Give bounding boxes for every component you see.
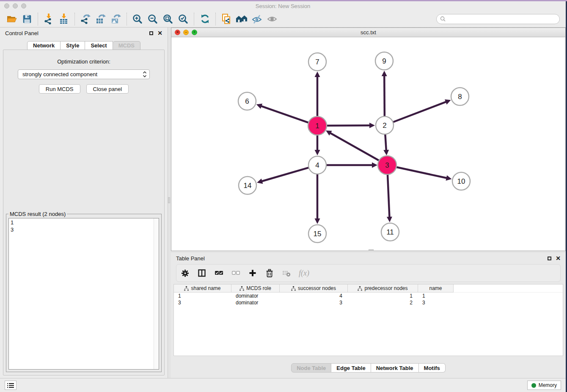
graph-node-10[interactable]: 10 xyxy=(452,172,470,190)
edge-2-3[interactable] xyxy=(383,134,389,155)
table-tab-node-table[interactable]: Node Table xyxy=(291,363,331,373)
graph-node-9[interactable]: 9 xyxy=(375,52,393,70)
new-network-from-selection-button[interactable] xyxy=(219,12,234,26)
network-zoom-button[interactable]: + xyxy=(192,30,197,35)
import-network-button[interactable] xyxy=(41,12,56,26)
edge-3-10[interactable] xyxy=(396,167,452,180)
show-columns-button[interactable] xyxy=(214,268,223,278)
hide-columns-button[interactable] xyxy=(231,268,240,278)
graph-node-4[interactable]: 4 xyxy=(308,156,326,174)
open-session-button[interactable] xyxy=(4,12,19,26)
export-network-button[interactable] xyxy=(78,12,93,26)
column-header-shared-name[interactable]: shared name xyxy=(174,284,231,293)
table-row[interactable]: 1dominator411 xyxy=(174,293,563,299)
network-canvas[interactable]: 1234678910111415 xyxy=(171,37,565,251)
edge-4-15[interactable] xyxy=(315,174,320,224)
table-header-filler xyxy=(454,284,563,293)
control-panel-header: Control Panel ✕ xyxy=(0,28,168,39)
function-builder-button[interactable]: f(x) xyxy=(299,268,309,278)
scrollbar-track[interactable] xyxy=(154,218,159,369)
search-field[interactable] xyxy=(436,14,560,24)
node-label: 14 xyxy=(244,182,252,190)
edge-1-4[interactable] xyxy=(315,135,320,155)
delete-row-button[interactable] xyxy=(265,268,274,278)
column-header-name[interactable]: name xyxy=(418,284,454,293)
edge-1-2[interactable] xyxy=(326,123,375,128)
columns-icon xyxy=(198,269,206,277)
table-row[interactable]: 3dominator323 xyxy=(174,299,563,306)
save-session-button[interactable] xyxy=(19,12,35,26)
splitter-handle[interactable] xyxy=(369,249,374,251)
zoom-selected-button[interactable] xyxy=(176,12,191,26)
import-table-button[interactable] xyxy=(56,12,72,26)
edge-4-3[interactable] xyxy=(326,163,377,168)
delete-column-button[interactable] xyxy=(282,268,291,278)
close-panel-icon[interactable]: ✕ xyxy=(556,255,561,261)
graph-node-7[interactable]: 7 xyxy=(308,53,326,71)
column-header-predecessor-nodes[interactable]: predecessor nodes xyxy=(348,284,418,293)
export-image-button[interactable] xyxy=(108,12,124,26)
zoom-in-button[interactable] xyxy=(130,12,145,26)
application-window: Session: New Session xyxy=(0,1,566,392)
zoom-out-button[interactable] xyxy=(145,12,160,26)
checked-boxes-icon xyxy=(215,271,223,275)
table-toolbar: f(x) xyxy=(176,264,561,282)
graph-node-3[interactable]: 3 xyxy=(378,156,396,174)
window-zoom-button[interactable] xyxy=(21,3,26,8)
control-tab-mcds[interactable]: MCDS xyxy=(113,41,140,50)
edge-1-6[interactable] xyxy=(256,104,309,123)
edge-3-11[interactable] xyxy=(387,174,392,222)
edge-2-9[interactable] xyxy=(382,71,387,116)
edge-3-1[interactable] xyxy=(326,130,380,160)
memory-button[interactable]: Memory xyxy=(527,381,561,390)
graph-node-6[interactable]: 6 xyxy=(238,92,256,110)
run-mcds-button[interactable]: Run MCDS xyxy=(39,84,80,94)
cell-mcds-role: dominator xyxy=(231,293,280,299)
column-header-successor-nodes[interactable]: successor nodes xyxy=(280,284,348,293)
export-table-button[interactable] xyxy=(93,12,108,26)
graph-node-2[interactable]: 2 xyxy=(376,116,394,134)
task-history-button[interactable] xyxy=(5,381,17,390)
column-header-mcds-role[interactable]: MCDS role xyxy=(231,284,280,293)
add-column-button[interactable] xyxy=(248,268,257,278)
hide-selected-button[interactable] xyxy=(249,12,264,26)
edge-4-14[interactable] xyxy=(257,168,309,184)
float-panel-icon[interactable] xyxy=(548,257,551,260)
graph-node-15[interactable]: 15 xyxy=(308,225,326,243)
control-tab-network[interactable]: Network xyxy=(27,41,61,50)
window-close-button[interactable] xyxy=(4,3,9,8)
show-all-button[interactable] xyxy=(264,12,280,26)
zoom-fit-icon xyxy=(162,14,173,25)
first-neighbors-button[interactable] xyxy=(234,12,249,26)
toolbar-separator xyxy=(215,13,216,25)
edge-1-7[interactable] xyxy=(315,72,320,117)
graph-node-8[interactable]: 8 xyxy=(451,88,469,105)
optimization-criterion-select[interactable]: strongly connected component xyxy=(18,69,150,79)
column-layout-button[interactable] xyxy=(197,268,206,278)
zoom-fit-button[interactable] xyxy=(160,12,176,26)
network-graph[interactable]: 1234678910111415 xyxy=(171,37,565,251)
float-panel-icon[interactable] xyxy=(149,31,153,35)
control-tab-style[interactable]: Style xyxy=(61,41,85,50)
table-tab-network-table[interactable]: Network Table xyxy=(371,363,419,373)
table-tab-edge-table[interactable]: Edge Table xyxy=(331,363,371,373)
splitter-handle[interactable] xyxy=(168,197,170,203)
table-tab-motifs[interactable]: Motifs xyxy=(419,363,446,373)
close-panel-button[interactable]: Close panel xyxy=(86,84,129,94)
control-tab-select[interactable]: Select xyxy=(85,41,113,50)
table-settings-button[interactable] xyxy=(180,268,190,278)
refresh-button[interactable] xyxy=(197,12,212,26)
column-label: MCDS role xyxy=(246,285,271,291)
window-minimize-button[interactable] xyxy=(13,3,18,8)
graph-node-1[interactable]: 1 xyxy=(308,116,327,135)
graph-node-11[interactable]: 11 xyxy=(381,223,399,241)
mcds-result-list[interactable]: 13 xyxy=(8,218,159,370)
search-input[interactable] xyxy=(448,16,556,22)
edge-2-8[interactable] xyxy=(393,99,451,122)
network-close-button[interactable]: ✕ xyxy=(175,30,180,35)
mcds-result-title: MCDS result (2 nodes) xyxy=(8,211,67,217)
node-label: 2 xyxy=(383,121,386,130)
network-minimize-button[interactable]: – xyxy=(183,30,189,35)
close-panel-icon[interactable]: ✕ xyxy=(157,30,162,36)
graph-node-14[interactable]: 14 xyxy=(239,177,256,194)
